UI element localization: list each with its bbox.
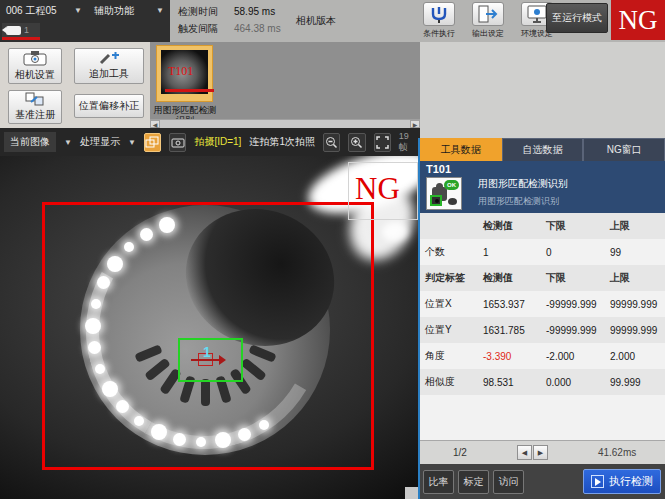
- table-row: 位置Y 1631.785 -99999.999 99999.999: [420, 317, 665, 343]
- row-low: -99999.999: [546, 299, 610, 310]
- output-settings-button[interactable]: 输出设定: [469, 2, 507, 39]
- row-high: 99.999: [610, 377, 665, 388]
- play-icon: [591, 475, 604, 488]
- register-reference-button[interactable]: 基准注册: [8, 90, 62, 124]
- row-low: 0.000: [546, 377, 610, 388]
- detect-time-label: 检测时间: [178, 5, 234, 19]
- right-panel-tabs: 工具数据 自选数据 NG窗口: [420, 138, 665, 161]
- tab-ng-window[interactable]: NG窗口: [583, 138, 665, 161]
- tool-thumbnail-t101[interactable]: T101: [156, 45, 213, 102]
- ratio-button[interactable]: 比率: [423, 470, 454, 494]
- shape-match-tool-icon: OK: [426, 177, 462, 210]
- run-mode-button[interactable]: 至运行模式: [546, 3, 608, 33]
- row-low: -2.000: [546, 351, 610, 362]
- add-tool-label: 追加工具: [89, 67, 129, 81]
- camera-icon: [6, 26, 21, 35]
- position-offset-button[interactable]: 位置偏移补正: [74, 94, 144, 118]
- fit-view-button[interactable]: [374, 133, 391, 152]
- camera-setup-label: 相机设置: [15, 68, 55, 82]
- row-label: 判定标签: [425, 271, 483, 285]
- table-row-angle: 角度 -3.390 -2.000 2.000: [420, 343, 665, 369]
- page-next-button[interactable]: ▶: [533, 445, 548, 460]
- zoom-out-button[interactable]: [323, 133, 340, 152]
- match-index-label: 1: [203, 344, 211, 360]
- aux-menu-dropdown[interactable]: 辅助功能 ▼: [88, 0, 170, 21]
- capture-id-label: 拍摄[ID=1]: [194, 135, 241, 149]
- header-high: 上限: [610, 219, 665, 233]
- row-low: 0: [546, 247, 610, 258]
- row-label: 个数: [425, 245, 483, 259]
- image-viewport[interactable]: NG 1: [0, 156, 418, 499]
- row-value: 检测值: [483, 271, 546, 285]
- magnifier-minus-icon: [325, 136, 338, 149]
- tool-panel: 相机设置 追加工具 基准注册 位置偏移补正: [0, 42, 150, 128]
- result-pager: 1/2 ◀ ▶ 41.62ms: [420, 440, 665, 464]
- overlay-windows-button[interactable]: [144, 133, 161, 152]
- display-mode-dropdown[interactable]: 处理显示: [80, 135, 120, 149]
- overlapping-windows-icon: [145, 136, 159, 149]
- chevron-down-icon: ▼: [156, 6, 164, 15]
- camera-setup-button[interactable]: 相机设置: [8, 48, 62, 84]
- ok-bubble-icon: OK: [444, 180, 459, 190]
- run-mode-label: 至运行模式: [552, 11, 602, 25]
- chevron-down-icon: ▼: [74, 6, 82, 15]
- execute-detection-button[interactable]: 执行检测: [583, 469, 661, 494]
- ng-result-text: NG: [355, 171, 417, 207]
- dot-icon: [448, 198, 457, 205]
- header-low: 下限: [546, 219, 610, 233]
- result-table: 检测值 下限 上限 个数 1 0 99 判定标签 检测值 下限 上限 位置X 1…: [420, 213, 665, 440]
- tab-custom-data[interactable]: 自选数据: [502, 138, 584, 161]
- detect-time-row: 检测时间 58.95 ms: [178, 3, 298, 20]
- reference-squares-icon: [25, 92, 45, 106]
- ng-status-badge: NG: [611, 0, 665, 40]
- scrollbar-corner: [405, 487, 418, 499]
- tool-name: 用图形匹配检测识别: [478, 177, 568, 191]
- camera-icon: [23, 51, 47, 66]
- top-bar-left: 006 工程05 ▼ 辅助功能 ▼ 1: [0, 0, 170, 42]
- position-offset-label: 位置偏移补正: [79, 99, 139, 113]
- thumbnail-scrollbar[interactable]: ◀ ▶: [150, 119, 420, 128]
- row-high: 上限: [610, 271, 665, 285]
- viewer-toolbar: 当前图像 ▼ 处理显示 ▼ 拍摄[ID=1] 连拍第1次拍照 19帧: [0, 128, 420, 156]
- grabber-icon: [423, 2, 455, 26]
- snapshot-button[interactable]: [169, 133, 186, 152]
- tool-id-title: T101: [426, 163, 451, 175]
- project-label: 006 工程05: [6, 4, 57, 18]
- ng-result-frame: NG: [348, 162, 418, 220]
- scroll-left-icon[interactable]: ◀: [150, 120, 160, 128]
- project-dropdown[interactable]: 006 工程05 ▼: [0, 0, 88, 21]
- row-high: 99999.999: [610, 299, 665, 310]
- tool-thumbnail-strip: T101 用图形匹配检测 识别 ◀ ▶: [150, 42, 420, 128]
- add-tool-button[interactable]: 追加工具: [74, 48, 144, 84]
- table-header-row: 检测值 下限 上限: [420, 213, 665, 239]
- current-image-tab[interactable]: 当前图像: [4, 132, 56, 152]
- table-row: 相似度 98.531 0.000 99.999: [420, 369, 665, 395]
- tab-tool-data[interactable]: 工具数据: [420, 138, 502, 161]
- timing-stats: 检测时间 58.95 ms 触发间隔 464.38 ms: [178, 3, 298, 41]
- zoom-in-button[interactable]: [348, 133, 365, 152]
- tool-description: 用图形匹配检测识别: [478, 195, 559, 208]
- pen-plus-icon: [97, 51, 121, 65]
- trigger-interval-label: 触发间隔: [178, 22, 234, 36]
- calibration-button[interactable]: 标定: [458, 470, 489, 494]
- camera-tab-number: 1: [24, 25, 29, 35]
- trigger-interval-row: 触发间隔 464.38 ms: [178, 20, 298, 37]
- table-row: 位置X 1653.937 -99999.999 99999.999: [420, 291, 665, 317]
- page-prev-button[interactable]: ◀: [517, 445, 532, 460]
- condition-execute-button[interactable]: 条件执行: [420, 2, 458, 39]
- page-indicator: 1/2: [453, 447, 467, 458]
- scroll-right-icon[interactable]: ▶: [410, 120, 420, 128]
- fit-screen-icon: [376, 136, 389, 149]
- camera-tab[interactable]: 1: [2, 23, 40, 40]
- row-high: 99999.999: [610, 325, 665, 336]
- thumbnail-tool-id: T101: [168, 64, 193, 79]
- row-low: 下限: [546, 271, 610, 285]
- row-value: 1653.937: [483, 299, 546, 310]
- register-reference-label: 基准注册: [15, 108, 55, 122]
- access-button[interactable]: 访问: [493, 470, 524, 494]
- search-region-rect: [42, 202, 374, 470]
- chevron-down-icon: ▼: [128, 138, 136, 147]
- overexposed-blob: [382, 222, 408, 242]
- table-row: 个数 1 0 99: [420, 239, 665, 265]
- shot-sequence-label: 连拍第1次拍照: [249, 135, 315, 149]
